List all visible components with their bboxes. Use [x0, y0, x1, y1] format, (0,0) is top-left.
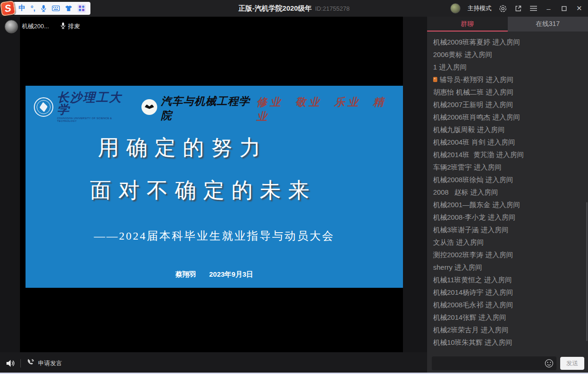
ime-toolbar-pill: 中 °, — [13, 2, 90, 15]
app-window: S 中 °, 正版-汽机学院2020级年 ID:21755278 主持模式 – … — [0, 0, 588, 374]
request-speak-button[interactable]: 申请发言 — [26, 358, 62, 368]
chat-message: 机械11班黄恒之 进入房间 — [433, 273, 588, 286]
ime-toolbar: S 中 °, — [1, 1, 90, 15]
slide-presenter: 蔡翔羽 — [175, 270, 196, 278]
chat-message-text: 机械2009班蒋夏婷 进入房间 — [433, 36, 520, 48]
divider — [20, 359, 21, 368]
slide-title: 用确定的努力 面对不确定的未来 — [26, 127, 403, 212]
slide-title-line1: 用确定的努力 — [0, 127, 371, 169]
chat-message: 机械2008-李小龙 进入房间 — [433, 211, 588, 223]
ime-toolbox-icon[interactable] — [77, 4, 86, 13]
chat-message: sherry 进入房间 — [433, 261, 588, 273]
slide-header: 长沙理工大学 CHANGSHA UNIVERSITY OF SCIENCE & … — [34, 91, 395, 124]
host-mode-label: 主持模式 — [467, 4, 492, 13]
ime-logo-icon[interactable]: S — [0, 0, 16, 16]
request-speak-label: 申请发言 — [38, 359, 62, 368]
chat-message: 机械2009班蒋夏婷 进入房间 — [433, 36, 588, 48]
chat-message-text: 文从浩 进入房间 — [433, 236, 484, 248]
chat-message: 辅导员-蔡翔羽 进入房间 — [433, 73, 588, 86]
presentation-slide: 长沙理工大学 CHANGSHA UNIVERSITY OF SCIENCE & … — [26, 86, 403, 288]
presenter-row: 机械200... 排麦 — [5, 19, 80, 34]
menu-icon[interactable] — [529, 4, 537, 13]
chat-message: 机械2014班 黄芃渤 进入房间 — [433, 148, 588, 161]
chat-message-text: 机械2007王新明 进入房间 — [433, 98, 513, 111]
phone-icon — [26, 358, 35, 368]
ime-mic-icon[interactable] — [40, 5, 47, 12]
chat-message-text: 机械2008班徐灿 进入房间 — [433, 173, 513, 186]
university-name-english: CHANGSHA UNIVERSITY OF SCIENCE & TECHNOL… — [57, 117, 131, 122]
chat-message: 机械2006班肖鸣杰 进入房间 — [433, 111, 588, 123]
slide-date: 2023年9月3日 — [209, 270, 253, 278]
room-id: ID:21755278 — [315, 5, 349, 12]
mic-icon — [60, 22, 66, 31]
main-area: 机械200... 排麦 长沙理工大学 CHANGSHA UNIVERSITY O… — [0, 17, 588, 374]
chat-message-text: 机械2001—颜东金 进入房间 — [433, 198, 520, 211]
chat-message-text: 机械10班朱其辉 进入房间 — [433, 336, 512, 349]
sidebar-tabs: 群聊 在线317 — [427, 17, 588, 32]
chat-scrollbar[interactable] — [586, 202, 588, 341]
chat-message: 机械2004班 肖剑 进入房间 — [433, 136, 588, 148]
chat-message: 文从浩 进入房间 — [433, 236, 588, 248]
chat-message-list[interactable]: 机械2009班蒋夏婷 进入房间2006黄标 进入房间1 进入房间辅导员-蔡翔羽 … — [427, 32, 588, 352]
chat-message: 机械九版周毅 进入房间 — [433, 123, 588, 136]
slide-subtitle: ——2024届本科毕业生就业指导与动员大会 — [26, 228, 403, 243]
chat-message-text: 机械2班荣古月 进入房间 — [433, 323, 509, 336]
slide-logos: 长沙理工大学 CHANGSHA UNIVERSITY OF SCIENCE & … — [34, 91, 256, 123]
chat-message-text: 机械11班黄恒之 进入房间 — [433, 273, 512, 286]
chat-message: 1 进入房间 — [433, 61, 588, 73]
chat-message: 机械2001—颜东金 进入房间 — [433, 198, 588, 211]
queue-mic-label: 排麦 — [68, 22, 80, 31]
ime-punct-toggle[interactable]: °, — [31, 4, 35, 12]
maximize-button[interactable] — [560, 4, 568, 13]
chat-message: 机械2014杨诗宇 进入房间 — [433, 286, 588, 298]
chat-message-text: 机械3班谢子涵 进入房间 — [433, 223, 509, 236]
ime-skin-icon[interactable] — [65, 5, 72, 12]
speaker-volume-icon[interactable] — [5, 359, 17, 368]
chat-message-text: 胡惠怡 机械二班 进入房间 — [433, 86, 513, 98]
stage-bottom-bar: 申请发言 — [0, 352, 427, 374]
chat-input-container — [432, 356, 556, 370]
university-name: 长沙理工大学 — [57, 92, 131, 116]
tab-group-chat[interactable]: 群聊 — [427, 17, 508, 32]
ime-lang-toggle[interactable]: 中 — [19, 4, 26, 13]
popout-window-icon[interactable] — [514, 4, 522, 13]
chat-message: 机械2014张辉 进入房间 — [433, 311, 588, 323]
college-logo-icon — [141, 99, 157, 115]
tab-online-count[interactable]: 在线317 — [508, 17, 588, 32]
chat-input[interactable] — [436, 360, 544, 367]
chat-message-text: sherry 进入房间 — [433, 261, 482, 273]
minimize-button[interactable]: – — [544, 4, 553, 13]
chat-message-text: 测控2002班李涛 进入房间 — [433, 248, 513, 261]
queue-mic-button[interactable]: 排麦 — [60, 22, 80, 31]
settings-gear-icon[interactable] — [499, 4, 507, 13]
chat-message-text: 2008 赵标 进入房间 — [433, 186, 498, 198]
chat-message-text: 机械2004班 肖剑 进入房间 — [433, 136, 515, 148]
chat-message-text: 机械2014班 黄芃渤 进入房间 — [433, 148, 524, 161]
ime-keyboard-icon[interactable] — [52, 6, 60, 11]
chat-message: 机械10班朱其辉 进入房间 — [433, 336, 588, 349]
chat-input-row: 发送 — [427, 352, 588, 374]
send-button[interactable]: 发送 — [560, 357, 584, 370]
chat-message-text: 1 进入房间 — [433, 61, 467, 73]
chat-message: 机械3班谢子涵 进入房间 — [433, 223, 588, 236]
chat-message: 车辆2班雷宇 进入房间 — [433, 161, 588, 173]
presenter-avatar[interactable] — [5, 20, 18, 33]
chat-message: 2006黄标 进入房间 — [433, 48, 588, 61]
chat-message: 胡惠怡 机械二班 进入房间 — [433, 86, 588, 98]
slide-footer: 蔡翔羽2023年9月3日 — [26, 270, 403, 279]
close-button[interactable]: ✕ — [575, 4, 583, 13]
chat-message-text: 辅导员-蔡翔羽 进入房间 — [440, 73, 513, 86]
window-title: 正版-汽机学院2020级年 — [238, 4, 312, 13]
chat-message: 2008 赵标 进入房间 — [433, 186, 588, 198]
chat-message-text: 2006黄标 进入房间 — [433, 48, 492, 61]
chat-message-text: 机械2006班肖鸣杰 进入房间 — [433, 111, 520, 123]
chat-message-text: 机械2014张辉 进入房间 — [433, 311, 506, 323]
chat-message: 机械2008班徐灿 进入房间 — [433, 173, 588, 186]
chat-message-text: 机械九版周毅 进入房间 — [433, 123, 505, 136]
titlebar-controls: 主持模式 – ✕ — [450, 0, 583, 17]
chat-message-text: 机械2014杨诗宇 进入房间 — [433, 286, 513, 298]
user-avatar[interactable] — [450, 3, 460, 13]
college-name: 汽车与机械工程学院 — [161, 94, 256, 123]
chat-message-text: 机械2008-李小龙 进入房间 — [433, 211, 516, 223]
emoji-icon[interactable] — [544, 359, 554, 368]
